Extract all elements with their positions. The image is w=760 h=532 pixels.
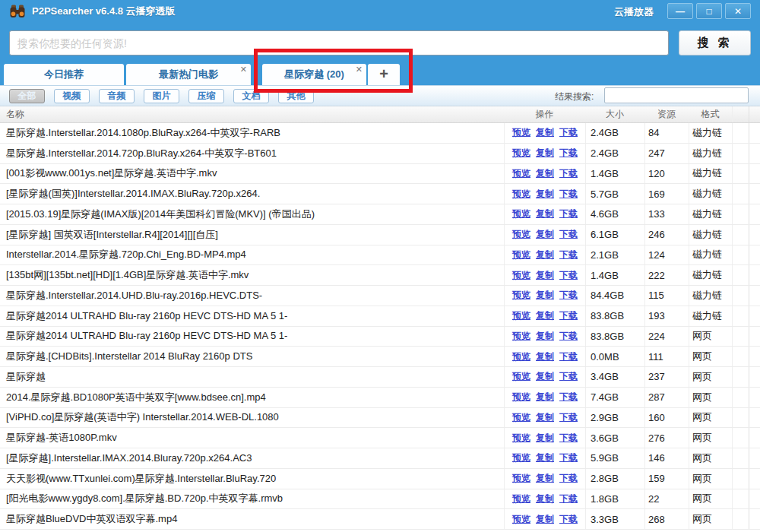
copy-link[interactable]: 复制 [536,269,554,282]
copy-link[interactable]: 复制 [536,147,554,160]
result-search-input[interactable] [604,87,749,103]
preview-link[interactable]: 预览 [512,126,530,139]
download-link[interactable]: 下载 [559,309,578,322]
filter-button-音频[interactable]: 音频 [99,89,135,103]
header-format[interactable]: 格式 [689,106,732,122]
table-row[interactable]: 星际穿越.Interstellar.2014.720p.BluRay.x264-… [0,144,760,164]
copy-link[interactable]: 复制 [536,309,554,322]
copy-link[interactable]: 复制 [536,249,554,261]
copy-link[interactable]: 复制 [536,350,554,363]
copy-link[interactable]: 复制 [536,370,554,383]
copy-link[interactable]: 复制 [536,188,554,201]
preview-link[interactable]: 预览 [512,207,530,220]
download-link[interactable]: 下载 [559,472,578,485]
table-row[interactable]: 星际穿越2014 ULTRAHD Blu-ray 2160p HEVC DTS-… [0,327,760,347]
maximize-button[interactable]: □ [696,3,722,19]
table-row[interactable]: [001影视www.001ys.net]星际穿越.英语中字.mkv预览复制下载1… [0,164,760,185]
table-row[interactable]: 星际穿越预览复制下载3.4GB237网页 [0,367,760,388]
preview-link[interactable]: 预览 [512,188,530,201]
search-input[interactable] [9,30,669,55]
download-link[interactable]: 下载 [559,370,578,383]
preview-link[interactable]: 预览 [512,411,530,424]
download-link[interactable]: 下载 [559,126,578,139]
close-button[interactable]: ✕ [725,3,751,19]
filter-button-全部[interactable]: 全部 [9,89,45,103]
table-row[interactable]: [星际穿越(国英)]Interstellar.2014.IMAX.BluRay.… [0,184,760,204]
filter-button-图片[interactable]: 图片 [144,89,179,103]
download-link[interactable]: 下载 [559,188,578,201]
table-row[interactable]: 星际穿越.[CHDBits].Interstellar 2014 BluRay … [0,347,760,367]
copy-link[interactable]: 复制 [536,289,554,302]
preview-link[interactable]: 预览 [512,451,530,464]
title-bar[interactable]: P2PSearcher v6.4.8 云播穿透版 云播放器 — □ ✕ [0,0,760,23]
preview-link[interactable]: 预览 [512,391,530,404]
copy-link[interactable]: 复制 [536,391,554,404]
search-button[interactable]: 搜 索 [679,30,751,55]
preview-link[interactable]: 预览 [512,289,530,302]
copy-link[interactable]: 复制 [536,167,554,180]
table-row[interactable]: [星际穿越] 国英双语[Interstellar.R4][2014][][自压]… [0,225,760,245]
copy-link[interactable]: 复制 [536,207,554,220]
cloud-player-button[interactable]: 云播放器 [614,5,654,19]
tab-0[interactable]: 今日推荐 [4,64,124,85]
table-row[interactable]: 2014.星际穿越.BD1080P英语中英双字[www.bdsee.cn].mp… [0,388,760,408]
table-row[interactable]: [135bt网][135bt.net][HD][1.4GB]星际穿越.英语中字.… [0,265,760,286]
copy-link[interactable]: 复制 [536,432,554,445]
preview-link[interactable]: 预览 [512,513,530,526]
preview-link[interactable]: 预览 [512,492,530,505]
preview-link[interactable]: 预览 [512,228,530,241]
copy-link[interactable]: 复制 [536,228,554,241]
preview-link[interactable]: 预览 [512,269,530,282]
tab-close-icon[interactable]: ✕ [240,65,247,74]
download-link[interactable]: 下载 [559,289,578,302]
table-row[interactable]: 星际穿越.Interstellar.2014.UHD.Blu-ray.2016p… [0,286,760,306]
copy-link[interactable]: 复制 [536,492,554,505]
download-link[interactable]: 下载 [559,249,578,261]
header-name[interactable]: 名称 [0,108,504,121]
table-row[interactable]: 星际穿越.Interstellar.2014.1080p.BluRay.x264… [0,123,760,144]
copy-link[interactable]: 复制 [536,513,554,526]
copy-link[interactable]: 复制 [536,126,554,139]
new-tab-button[interactable]: + [368,64,400,85]
table-row[interactable]: [2015.03.19]星际穿越(IMAX版)[2014年美国科幻冒险(MKV)… [0,204,760,225]
filter-button-压缩[interactable]: 压缩 [188,89,224,103]
table-row[interactable]: Interstellar.2014.星际穿越.720p.Chi_Eng.BD-M… [0,245,760,266]
preview-link[interactable]: 预览 [512,370,530,383]
preview-link[interactable]: 预览 [512,309,530,322]
download-link[interactable]: 下载 [559,207,578,220]
minimize-button[interactable]: — [667,3,693,19]
copy-link[interactable]: 复制 [536,411,554,424]
download-link[interactable]: 下载 [559,451,578,464]
preview-link[interactable]: 预览 [512,350,530,363]
copy-link[interactable]: 复制 [536,330,554,343]
preview-link[interactable]: 预览 [512,147,530,160]
download-link[interactable]: 下载 [559,513,578,526]
filter-button-视频[interactable]: 视频 [54,89,90,103]
preview-link[interactable]: 预览 [512,249,530,261]
download-link[interactable]: 下载 [559,492,578,505]
download-link[interactable]: 下载 [559,330,578,343]
table-row[interactable]: [星际穿越].Interstellar.IMAX.2014.Bluray.720… [0,448,760,469]
download-link[interactable]: 下载 [559,432,578,445]
tab-2-active[interactable]: 星际穿越 (20)✕ [262,64,366,85]
filter-button-文档[interactable]: 文档 [233,89,269,103]
header-resources[interactable]: 资源 [644,106,689,122]
download-link[interactable]: 下载 [559,269,578,282]
table-row[interactable]: 星际穿越-英语1080P.mkv预览复制下载3.6GB276网页 [0,428,760,448]
table-row[interactable]: [ViPHD.co]星际穿越(英语中字) Interstellar.2014.W… [0,408,760,429]
header-actions[interactable]: 操作 [504,106,585,122]
preview-link[interactable]: 预览 [512,167,530,180]
preview-link[interactable]: 预览 [512,330,530,343]
preview-link[interactable]: 预览 [512,432,530,445]
preview-link[interactable]: 预览 [512,472,530,485]
download-link[interactable]: 下载 [559,228,578,241]
download-link[interactable]: 下载 [559,147,578,160]
copy-link[interactable]: 复制 [536,451,554,464]
download-link[interactable]: 下载 [559,391,578,404]
download-link[interactable]: 下载 [559,167,578,180]
copy-link[interactable]: 复制 [536,472,554,485]
table-row[interactable]: 星际穿越2014 ULTRAHD Blu-ray 2160p HEVC DTS-… [0,306,760,327]
header-size[interactable]: 大小 [585,106,644,122]
tab-close-icon[interactable]: ✕ [356,65,363,74]
filter-button-其他[interactable]: 其他 [278,89,314,103]
